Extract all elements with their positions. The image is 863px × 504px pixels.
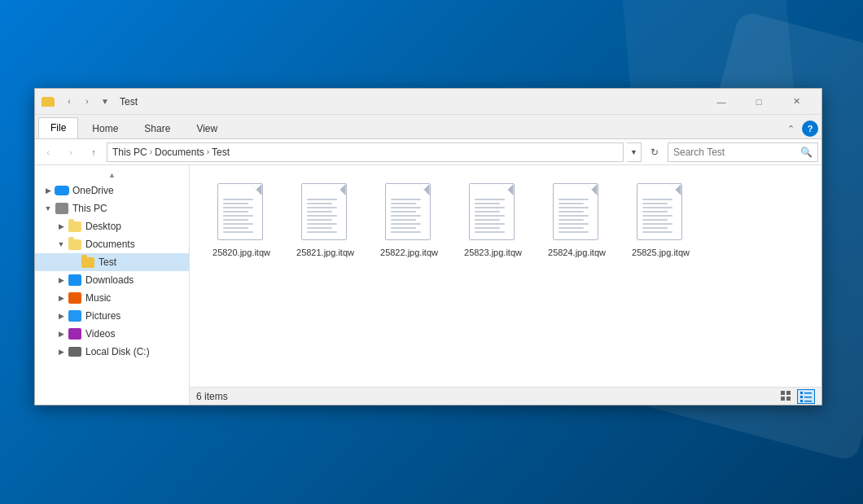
file-icon-4 (469, 183, 518, 242)
expand-onedrive[interactable]: ▶ (42, 182, 55, 199)
ribbon-collapse-button[interactable]: ⌃ (782, 121, 799, 137)
file-area: 25820.jpg.itqw (190, 165, 821, 405)
onedrive-label: OneDrive (72, 185, 114, 196)
file-item[interactable]: 25822.jpg.itqw (370, 178, 448, 263)
folder-icon (42, 97, 55, 107)
qat-back-button[interactable]: ‹ (61, 94, 77, 110)
qat-forward-button[interactable]: › (79, 94, 95, 110)
tab-file[interactable]: File (38, 117, 78, 138)
path-segment-thispc: This PC (112, 147, 147, 158)
ribbon-tabs: File Home Share View ⌃ ? (35, 115, 821, 139)
expand-music[interactable]: ▶ (55, 289, 68, 307)
music-icon (68, 291, 82, 305)
large-icons-view-icon (781, 391, 792, 402)
file-name-3: 25822.jpg.itqw (380, 247, 438, 258)
title-bar-icons (42, 97, 55, 107)
close-button[interactable]: ✕ (778, 89, 815, 115)
scroll-up-indicator: ▲ (35, 169, 189, 182)
sidebar-item-desktop[interactable]: ▶ Desktop (35, 217, 189, 235)
file-icon-1 (217, 183, 266, 242)
tab-share[interactable]: Share (132, 118, 182, 138)
view-large-icons-button[interactable] (778, 389, 795, 404)
help-button[interactable]: ? (802, 121, 818, 137)
test-label: Test (99, 256, 116, 268)
file-icon-5 (553, 183, 602, 242)
up-button[interactable]: ↑ (84, 142, 103, 162)
downloads-label: Downloads (85, 274, 134, 286)
videos-label: Videos (85, 328, 115, 340)
window-controls: — □ ✕ (703, 89, 815, 115)
file-item[interactable]: 25820.jpg.itqw (203, 178, 280, 263)
search-input[interactable] (673, 147, 800, 158)
svg-rect-9 (804, 401, 812, 402)
tab-home[interactable]: Home (80, 118, 130, 138)
expand-documents[interactable]: ▼ (55, 235, 68, 253)
quick-access-toolbar: ‹ › ▼ (61, 94, 113, 110)
sidebar-item-local-disk[interactable]: ▶ Local Disk (C:) (35, 343, 189, 361)
expand-videos[interactable]: ▶ (55, 325, 68, 343)
expand-local-disk[interactable]: ▶ (55, 343, 68, 361)
pictures-icon (68, 309, 82, 322)
file-name-6: 25825.jpg.itqw (632, 247, 690, 258)
view-details-button[interactable] (797, 389, 815, 404)
svg-rect-7 (804, 397, 812, 398)
tab-view[interactable]: View (184, 118, 230, 138)
address-bar: ‹ › ↑ This PC › Documents › Test ▼ ↻ 🔍 (35, 139, 821, 165)
title-bar: ‹ › ▼ Test — □ ✕ (35, 89, 821, 115)
expand-this-pc[interactable]: ▼ (42, 199, 55, 217)
file-item[interactable]: 25824.jpg.itqw (538, 178, 615, 263)
file-icon-6 (637, 183, 686, 242)
address-path[interactable]: This PC › Documents › Test (107, 142, 624, 162)
window-title: Test (120, 96, 703, 107)
sidebar-item-pictures[interactable]: ▶ Pictures (35, 307, 189, 325)
minimize-button[interactable]: — (703, 89, 740, 115)
file-icon-3 (385, 183, 434, 242)
expand-pictures[interactable]: ▶ (55, 307, 68, 325)
pictures-label: Pictures (85, 310, 120, 322)
documents-label: Documents (85, 239, 135, 250)
svg-rect-5 (804, 392, 812, 394)
file-item[interactable]: 25825.jpg.itqw (622, 178, 699, 263)
sidebar-item-this-pc[interactable]: ▼ This PC (35, 199, 189, 217)
expand-downloads[interactable]: ▶ (55, 271, 68, 289)
file-item[interactable]: 25821.jpg.itqw (287, 178, 364, 263)
address-dropdown-button[interactable]: ▼ (627, 142, 642, 162)
file-item[interactable]: 25823.jpg.itqw (454, 178, 532, 263)
svg-rect-8 (800, 400, 803, 402)
test-folder-icon (81, 256, 95, 269)
sidebar-item-onedrive[interactable]: ▶ OneDrive (35, 182, 189, 199)
sidebar-item-downloads[interactable]: ▶ Downloads (35, 271, 189, 289)
svg-rect-4 (800, 392, 803, 394)
computer-icon (55, 202, 69, 215)
path-arrow-1: › (150, 147, 152, 156)
sidebar-item-videos[interactable]: ▶ Videos (35, 325, 189, 343)
path-segment-test: Test (212, 147, 230, 158)
back-button[interactable]: ‹ (38, 142, 58, 162)
file-name-2: 25821.jpg.itqw (296, 247, 354, 258)
file-name-4: 25823.jpg.itqw (464, 247, 522, 258)
view-toggle (778, 389, 815, 404)
search-box[interactable]: 🔍 (668, 142, 818, 162)
this-pc-label: This PC (72, 203, 107, 214)
videos-icon (68, 327, 82, 340)
maximize-button[interactable]: □ (740, 89, 778, 115)
item-count: 6 items (196, 391, 228, 402)
file-grid: 25820.jpg.itqw (190, 165, 821, 387)
documents-folder-icon (68, 238, 82, 251)
sidebar-item-music[interactable]: ▶ Music (35, 289, 189, 307)
desktop-folder-icon (68, 220, 82, 233)
desktop-label: Desktop (85, 221, 121, 232)
drive-icon (68, 345, 82, 358)
search-icon[interactable]: 🔍 (800, 147, 813, 158)
expand-desktop[interactable]: ▶ (55, 217, 68, 235)
svg-rect-0 (781, 391, 785, 395)
sidebar-item-test[interactable]: ▶ Test (35, 253, 189, 271)
downloads-icon (68, 274, 82, 287)
sidebar-item-documents[interactable]: ▼ Documents (35, 235, 189, 253)
path-arrow-2: › (207, 147, 209, 156)
local-disk-label: Local Disk (C:) (85, 346, 150, 357)
refresh-button[interactable]: ↻ (645, 142, 664, 162)
ribbon-right: ⌃ ? (782, 121, 818, 138)
forward-button[interactable]: › (61, 142, 81, 162)
qat-dropdown-button[interactable]: ▼ (97, 94, 113, 110)
